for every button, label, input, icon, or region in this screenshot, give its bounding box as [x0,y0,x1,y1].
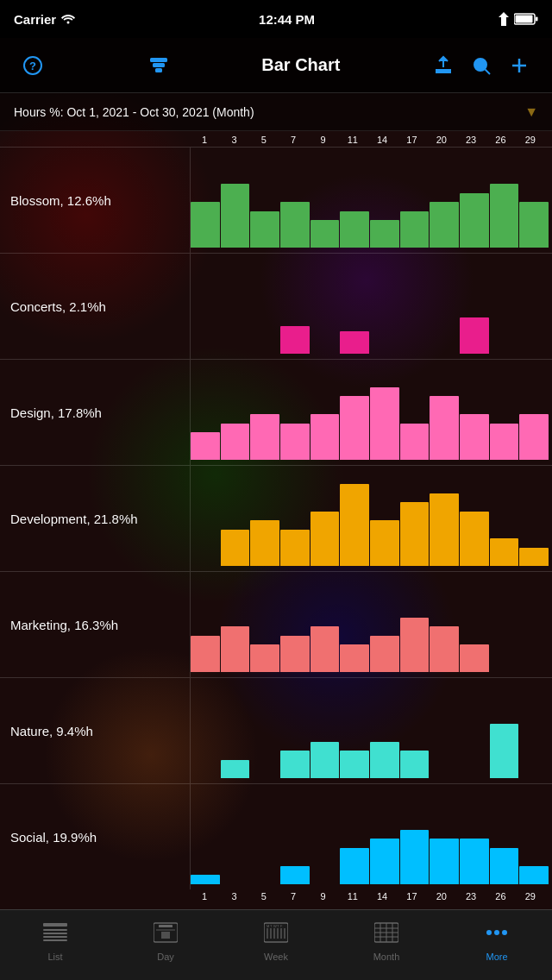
tab-day-label: Day [157,952,174,962]
svg-rect-2 [516,16,533,23]
bar [430,493,459,566]
svg-text:?: ? [29,60,36,72]
carrier-label: Carrier [14,12,56,27]
status-time: 12:44 PM [259,12,315,27]
category-row: Development, 21.8%h [0,465,552,571]
svg-rect-13 [43,923,67,927]
tab-list-label: List [47,952,62,962]
bar [340,331,369,354]
bar [400,830,430,884]
svg-rect-7 [154,64,164,66]
wifi-icon [61,14,75,24]
bar [400,502,430,566]
tab-more-label: More [486,952,507,962]
bar [519,548,549,566]
search-button[interactable] [466,50,497,81]
svg-rect-17 [43,939,67,941]
svg-rect-16 [43,936,67,938]
category-row: Design, 17.8%h [0,359,552,465]
tab-more[interactable]: More [442,910,552,980]
bar [280,326,310,354]
bar [490,424,519,460]
bar [340,211,369,248]
bar [280,424,310,460]
bar [221,530,250,566]
bar [221,184,250,248]
svg-rect-6 [151,59,166,61]
nav-bar: ? Bar Chart [0,38,552,93]
x-label: 14 [367,891,397,901]
tab-list[interactable]: List [0,910,110,980]
bar [310,626,340,672]
category-row: Concerts, 2.1%h [0,253,552,359]
svg-rect-21 [156,929,175,931]
x-label: 5 [249,135,279,145]
share-button[interactable] [428,50,459,81]
bar [490,848,519,884]
status-right [499,12,538,26]
bar [519,414,549,460]
bars-area [190,360,552,465]
bar [340,484,369,566]
x-label: 26 [486,891,515,901]
chart-container: 1357911141720232629 Blossom, 12.6%hConce… [0,131,552,909]
status-left: Carrier [14,12,75,27]
bars-area [190,572,552,677]
bar [400,618,430,672]
tab-week-label: Week [264,952,288,962]
bar [250,520,279,566]
x-label: 17 [397,135,426,145]
svg-rect-22 [161,932,170,939]
filter-button[interactable] [143,50,174,81]
add-button[interactable] [504,50,535,81]
svg-point-42 [486,930,492,935]
category-label: Blossom, 12.6%h [0,148,190,253]
bar [370,220,399,248]
category-row: Social, 19.9%h [0,783,552,889]
bar [370,520,399,566]
svg-rect-14 [43,929,67,931]
bar [430,396,459,460]
x-axis-top: 1357911141720232629 [0,131,552,147]
date-range-text: Hours %: Oct 1, 2021 - Oct 30, 2021 (Mon… [14,105,254,119]
bar [430,202,459,248]
tab-day[interactable]: Day [110,910,221,980]
month-tab-icon [374,922,398,948]
bar [370,742,399,778]
bar [490,724,519,778]
bar [460,193,489,248]
list-tab-icon [43,922,67,948]
battery-icon [514,13,538,25]
x-label: 3 [219,135,248,145]
x-label: 17 [397,891,426,901]
category-label: Marketing, 16.3%h [0,572,190,677]
x-label: 9 [308,135,337,145]
x-label: 29 [516,891,545,901]
bar [191,432,220,460]
bar [430,626,459,672]
help-button[interactable]: ? [17,50,48,81]
category-label: Social, 19.9%h [0,784,190,889]
svg-point-43 [494,930,499,935]
location-icon [499,12,509,26]
x-label: 11 [338,135,367,145]
bar [490,184,519,248]
bar [430,839,459,884]
tab-month[interactable]: Month [331,910,442,980]
bar [310,742,340,778]
x-label: 20 [427,135,456,145]
x-label: 26 [486,135,515,145]
category-label: Nature, 9.4%h [0,678,190,783]
svg-line-10 [485,69,490,74]
x-label: 29 [516,135,545,145]
x-label: 11 [338,891,367,901]
bar [519,866,549,884]
x-label: 23 [456,135,486,145]
svg-rect-20 [159,925,172,927]
date-range-bar[interactable]: Hours %: Oct 1, 2021 - Oct 30, 2021 (Mon… [0,93,552,131]
tab-bar: List Day M T W [0,909,552,980]
tab-week[interactable]: M T W T F Week [221,910,331,980]
bar [191,202,220,248]
bar [400,424,430,460]
bar [400,751,430,778]
